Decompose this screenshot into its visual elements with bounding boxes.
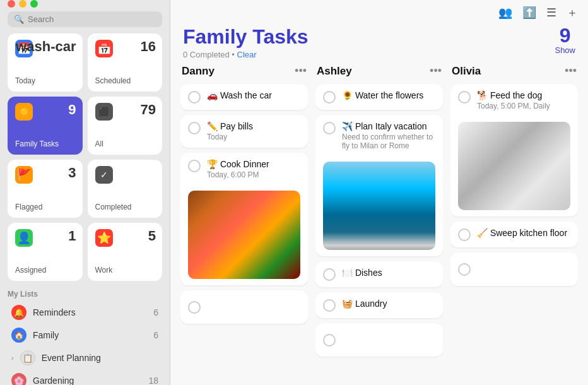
maximize-button[interactable] (30, 0, 38, 8)
task-content: 🌻 Water the flowers (342, 90, 435, 100)
person-icon[interactable]: 👥 (498, 6, 512, 20)
task-subtitle: Today, 6:00 PM (207, 170, 300, 179)
smart-list-assigned[interactable]: 👤 1 Assigned (8, 223, 83, 281)
task-circle[interactable] (188, 122, 201, 134)
olivia-header: Olivia ••• (450, 64, 578, 78)
smart-list-completed[interactable]: ✓ Completed (88, 160, 163, 218)
header-left: Family Tasks 0 Completed • Clear (183, 25, 309, 59)
flagged-label: Flagged (15, 203, 75, 211)
olivia-empty-card[interactable] (450, 252, 578, 286)
smart-list-scheduled[interactable]: 📅 16 Scheduled (88, 33, 163, 92)
gardening-icon: 🌸 (11, 373, 26, 385)
task-circle[interactable] (188, 301, 201, 314)
clear-button[interactable]: Clear (237, 50, 257, 59)
danny-empty-card[interactable] (180, 290, 308, 324)
assigned-label: Assigned (15, 266, 75, 275)
main-toolbar: 👥 ⬆️ ☰ ＋ (170, 0, 588, 25)
task-wash-car[interactable]: 🚗 Wash the car (180, 84, 308, 110)
smart-list-flagged[interactable]: 🚩 3 Flagged (8, 160, 83, 218)
close-button[interactable] (8, 0, 15, 8)
task-content: 🚗 Wash the car (207, 90, 300, 100)
page-subtitle: 0 Completed • Clear (183, 50, 309, 59)
smart-list-today[interactable]: 📅 wash-car Today (8, 33, 83, 92)
task-sweep-kitchen[interactable]: 🧹 Sweep kitchen floor (450, 222, 578, 247)
family-tasks-count: 9 (68, 102, 76, 118)
olivia-more-icon[interactable]: ••• (565, 64, 577, 78)
minimize-button[interactable] (19, 0, 26, 8)
task-cook-dinner[interactable]: 🏆 Cook Dinner Today, 6:00 PM (180, 153, 308, 285)
sidebar: 🔍 📅 wash-car Today 📅 16 Scheduled ☀️ 9 F… (0, 0, 170, 385)
completed-text: 0 Completed (183, 50, 230, 59)
work-count: 5 (148, 228, 156, 244)
event-planning-icon: 📋 (20, 350, 35, 365)
sidebar-item-gardening[interactable]: 🌸 Gardening 18 (4, 369, 166, 385)
task-circle[interactable] (323, 299, 336, 312)
search-bar[interactable]: 🔍 (8, 11, 162, 27)
family-count: 6 (153, 330, 158, 340)
all-label: All (95, 139, 155, 148)
smart-list-family-tasks[interactable]: ☀️ 9 Family Tasks (8, 97, 83, 155)
task-water-flowers[interactable]: 🌻 Water the flowers (315, 84, 443, 110)
reminders-count: 6 (153, 307, 158, 317)
reminders-icon: 🔔 (11, 305, 26, 320)
task-circle[interactable] (188, 91, 201, 104)
sidebar-item-family[interactable]: 🏠 Family 6 (4, 324, 166, 346)
task-circle[interactable] (323, 91, 336, 104)
share-icon[interactable]: ⬆️ (522, 6, 536, 20)
smart-list-work[interactable]: ⭐ 5 Work (88, 223, 163, 281)
task-title: 🧹 Sweep kitchen floor (477, 228, 570, 238)
task-subtitle: Today, 5:00 PM, Daily (477, 102, 570, 110)
chevron-right-icon: › (11, 354, 14, 362)
ashley-title: Ashley (317, 65, 352, 78)
sidebar-item-event-planning[interactable]: › 📋 Event Planning (4, 346, 166, 369)
main-header: Family Tasks 0 Completed • Clear 9 Show (170, 25, 588, 64)
work-icon: ⭐ (95, 229, 113, 247)
column-ashley: Ashley ••• 🌻 Water the flowers ✈️ Plan I… (315, 64, 443, 375)
flagged-count: 3 (68, 165, 76, 181)
completed-label: Completed (95, 203, 155, 211)
today-label: Today (15, 76, 75, 85)
sidebar-item-reminders[interactable]: 🔔 Reminders 6 (4, 301, 166, 324)
task-circle[interactable] (323, 268, 336, 281)
task-circle[interactable] (188, 160, 201, 172)
all-count: 79 (141, 102, 156, 118)
task-circle[interactable] (458, 228, 471, 241)
list-settings-icon[interactable]: ☰ (546, 6, 556, 20)
show-count-button[interactable]: 9 Show (555, 25, 575, 55)
danny-title: Danny (182, 65, 215, 78)
today-count: wash-car (16, 38, 76, 55)
task-content: ✈️ Plan Italy vacation Need to confirm w… (342, 121, 435, 150)
task-title: ✏️ Pay bills (207, 121, 300, 131)
task-subtitle: Need to confirm whether to fly to Milan … (342, 133, 435, 150)
ashley-empty-card[interactable] (315, 323, 443, 357)
task-circle[interactable] (458, 263, 471, 276)
task-plan-italy[interactable]: ✈️ Plan Italy vacation Need to confirm w… (315, 115, 443, 256)
column-danny: Danny ••• 🚗 Wash the car ✏️ Pay bills To… (180, 64, 308, 375)
ashley-more-icon[interactable]: ••• (430, 64, 442, 78)
family-label: Family (33, 330, 147, 340)
traffic-lights (8, 0, 38, 8)
task-pay-bills[interactable]: ✏️ Pay bills Today (180, 115, 308, 148)
task-dishes[interactable]: 🍽️ Dishes (315, 261, 443, 287)
gardening-label: Gardening (33, 376, 142, 385)
smart-list-all[interactable]: ⬛ 79 All (88, 97, 163, 155)
flagged-icon: 🚩 (15, 166, 33, 184)
columns-container: Danny ••• 🚗 Wash the car ✏️ Pay bills To… (170, 64, 588, 385)
event-planning-label: Event Planning (42, 353, 158, 363)
task-circle[interactable] (458, 91, 471, 104)
task-circle[interactable] (323, 334, 336, 346)
task-title: 🧺 Laundry (342, 299, 435, 309)
title-bar (0, 0, 170, 8)
main-content: 👥 ⬆️ ☰ ＋ Family Tasks 0 Completed • Clea… (170, 0, 588, 385)
scheduled-count: 16 (141, 38, 156, 55)
task-content: ✏️ Pay bills Today (207, 121, 300, 141)
task-laundry[interactable]: 🧺 Laundry (315, 292, 443, 318)
add-task-icon[interactable]: ＋ (567, 5, 578, 20)
task-feed-dog[interactable]: 🐕 Feed the dog Today, 5:00 PM, Daily (450, 84, 578, 216)
search-input[interactable] (28, 15, 156, 24)
task-title: 🏆 Cook Dinner (207, 159, 300, 169)
danny-more-icon[interactable]: ••• (295, 64, 307, 78)
task-circle[interactable] (323, 122, 336, 134)
task-title: 🚗 Wash the car (207, 90, 300, 100)
task-title: 🌻 Water the flowers (342, 90, 435, 100)
